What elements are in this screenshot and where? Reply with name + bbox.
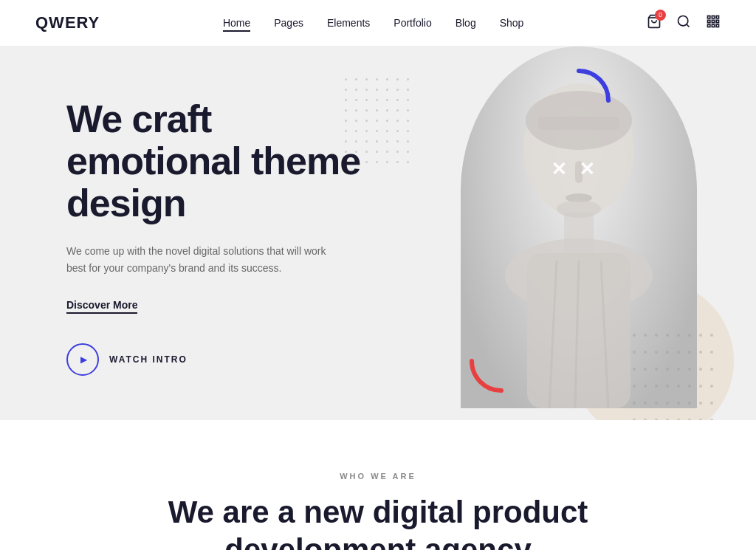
hero-visual: ✕ ✕ [343,47,756,420]
grid-icon [706,14,721,29]
search-button[interactable] [676,14,691,32]
who-title: We are a new digital product development… [142,494,614,550]
logo[interactable]: QWERY [35,13,100,32]
who-we-are-section: WHO WE ARE We are a new digital product … [0,420,756,550]
svg-rect-9 [708,24,710,27]
svg-rect-10 [712,24,714,27]
hero-title: We craft emotional theme design [66,98,384,225]
hero-content: We craft emotional theme design We come … [0,47,384,420]
nav-pages[interactable]: Pages [274,17,303,29]
who-label: WHO WE ARE [35,472,721,481]
grid-menu-button[interactable] [706,14,721,32]
discover-more-link[interactable]: Discover More [66,299,137,314]
svg-rect-7 [712,20,714,22]
svg-rect-3 [708,16,710,18]
nav-links: Home Pages Elements Portfolio Blog Shop [223,17,524,29]
red-arc-decoration [468,328,535,394]
watch-intro-label: WATCH INTRO [109,354,188,365]
cart-badge: 0 [655,10,666,21]
navigation: QWERY Home Pages Elements Portfolio Blog… [0,0,756,47]
nav-portfolio[interactable]: Portfolio [394,17,431,29]
svg-text:✕: ✕ [579,158,595,180]
svg-rect-4 [712,16,714,18]
play-icon: ▶ [80,354,87,365]
svg-rect-8 [716,20,718,22]
blue-arc-decoration [546,67,612,134]
nav-elements[interactable]: Elements [327,17,370,29]
search-icon [676,14,691,29]
dots-bottom-decoration [630,331,719,405]
svg-rect-6 [708,20,710,22]
svg-rect-5 [716,16,718,18]
cart-button[interactable]: 0 [647,14,662,32]
nav-icon-group: 0 [647,14,721,32]
hero-section: We craft emotional theme design We come … [0,47,756,420]
svg-point-21 [557,200,601,218]
nav-blog[interactable]: Blog [456,17,476,29]
hero-subtitle: We come up with the novel digital soluti… [66,243,332,278]
nav-home[interactable]: Home [223,17,250,29]
play-circle: ▶ [66,343,99,376]
svg-rect-11 [716,24,718,27]
svg-point-1 [678,16,688,25]
watch-intro-button[interactable]: ▶ WATCH INTRO [66,343,188,376]
nav-shop[interactable]: Shop [500,17,524,29]
svg-line-2 [687,24,690,27]
svg-text:✕: ✕ [551,158,567,180]
